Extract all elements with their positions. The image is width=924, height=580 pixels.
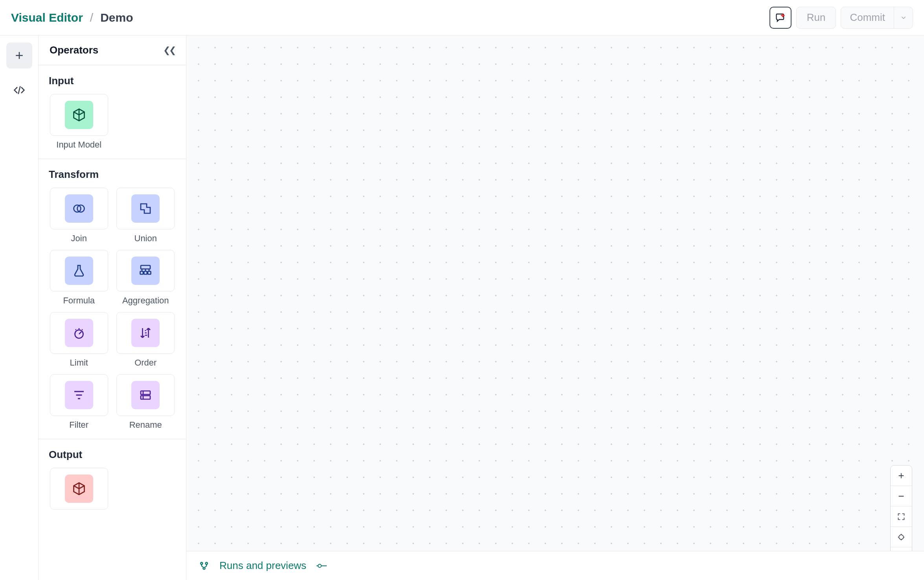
minus-icon: [897, 492, 906, 501]
sidebar-title: Operators: [50, 44, 98, 56]
expand-icon: [897, 513, 905, 521]
section-output: Output: [39, 439, 186, 518]
operator-limit[interactable]: Limit: [49, 312, 109, 368]
operator-formula-label: Formula: [63, 296, 95, 306]
svg-rect-5: [148, 272, 151, 275]
plus-icon: [13, 50, 25, 61]
gauge-icon: [72, 326, 86, 340]
commit-button[interactable]: Commit: [841, 7, 894, 28]
svg-point-16: [203, 567, 205, 569]
fit-view-button[interactable]: [891, 506, 912, 527]
runs-previews-button[interactable]: Runs and previews: [219, 560, 306, 572]
runs-previews-icon: [198, 560, 210, 572]
bottom-bar: Runs and previews: [186, 551, 924, 580]
section-output-title: Output: [49, 449, 176, 461]
breadcrumb-current: Demo: [100, 11, 133, 24]
section-transform: Transform Join Union: [39, 159, 186, 439]
commit-dropdown-caret[interactable]: [894, 7, 913, 28]
commit-split-button: Commit: [841, 7, 913, 29]
breadcrumb-root[interactable]: Visual Editor: [11, 11, 83, 24]
operator-limit-label: Limit: [70, 358, 88, 368]
svg-point-17: [318, 564, 321, 567]
operator-input-model[interactable]: Input Model: [49, 94, 109, 150]
operator-filter[interactable]: Filter: [49, 374, 109, 430]
zoom-in-button[interactable]: [891, 465, 912, 486]
svg-point-9: [899, 535, 904, 539]
operator-filter-label: Filter: [69, 420, 88, 430]
sort-icon: [138, 326, 153, 340]
operator-formula[interactable]: Formula: [49, 250, 109, 306]
join-icon: [72, 201, 86, 216]
operator-join-label: Join: [71, 233, 87, 244]
run-button[interactable]: Run: [796, 7, 836, 29]
target-icon: [897, 533, 905, 541]
center-view-button[interactable]: [891, 527, 912, 547]
zoom-out-button[interactable]: [891, 486, 912, 506]
collapse-left-icon: ❮❮: [163, 45, 175, 55]
commit-button-label: Commit: [850, 11, 885, 24]
svg-rect-3: [140, 272, 144, 275]
svg-point-15: [206, 562, 208, 564]
operator-order-label: Order: [134, 358, 156, 368]
filter-icon: [72, 388, 86, 402]
topbar: Visual Editor / Demo Run Commit: [0, 0, 924, 35]
rail-add-operator[interactable]: [6, 42, 32, 68]
feedback-button[interactable]: [769, 7, 791, 29]
section-transform-title: Transform: [49, 168, 176, 181]
breadcrumb-separator: /: [90, 11, 93, 24]
operator-join[interactable]: Join: [49, 188, 109, 244]
operator-aggregation[interactable]: Aggregation: [116, 250, 176, 306]
feedback-sparkle-icon: [775, 12, 786, 23]
code-icon: [13, 84, 25, 96]
flask-icon: [72, 264, 86, 278]
svg-rect-8: [141, 396, 150, 399]
cube-icon: [72, 108, 86, 122]
section-input: Input Input Model: [39, 65, 186, 159]
svg-rect-4: [144, 272, 147, 275]
sidebar-collapse-button[interactable]: ❮❮: [163, 45, 175, 55]
run-button-label: Run: [807, 11, 826, 24]
cube-icon: [72, 482, 86, 496]
operator-union-label: Union: [134, 233, 157, 244]
plus-icon: [897, 471, 906, 480]
operator-output-model[interactable]: [49, 468, 109, 510]
aggregation-icon: [138, 264, 153, 278]
operator-union[interactable]: Union: [116, 188, 176, 244]
operator-rename[interactable]: Rename: [116, 374, 176, 430]
chevron-down-icon: [900, 14, 907, 21]
canvas-dot-grid: [186, 35, 924, 580]
breadcrumbs: Visual Editor / Demo: [11, 11, 133, 24]
operator-rename-label: Rename: [129, 420, 162, 430]
section-input-title: Input: [49, 75, 176, 87]
rail-code-view[interactable]: [6, 77, 32, 103]
runs-previews-toggle[interactable]: [316, 562, 328, 570]
union-icon: [138, 201, 153, 216]
svg-point-14: [201, 562, 202, 564]
topbar-actions: Run Commit: [769, 7, 913, 29]
operator-aggregation-label: Aggregation: [122, 296, 169, 306]
operator-input-model-label: Input Model: [56, 140, 101, 150]
operator-order[interactable]: Order: [116, 312, 176, 368]
svg-rect-2: [141, 266, 150, 269]
canvas[interactable]: [186, 35, 924, 580]
sidebar-header: Operators ❮❮: [39, 35, 186, 65]
left-rail: [0, 35, 39, 580]
rename-icon: [138, 388, 153, 402]
operators-sidebar: Operators ❮❮ Input Input Model: [39, 35, 186, 580]
svg-rect-7: [141, 391, 150, 395]
